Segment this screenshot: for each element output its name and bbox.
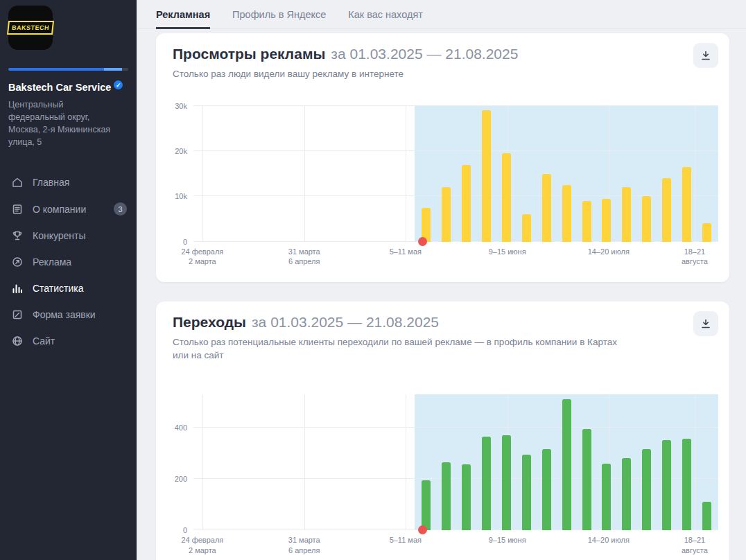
x-axis-label: 24 февраля 2 марта: [181, 247, 223, 268]
main-content: Рекламная Профиль в Яндексе Как вас нахо…: [137, 0, 746, 560]
card-title-period: за 01.03.2025 — 21.08.2025: [252, 314, 439, 331]
x-axis-label: 14–20 июля: [588, 535, 630, 545]
chart-bar: [542, 449, 551, 530]
gridline: [406, 106, 406, 242]
download-button[interactable]: [693, 43, 718, 68]
chart-bar: [422, 480, 431, 530]
chart-bar: [642, 196, 651, 241]
card-subtitle: Столько раз люди видели вашу рекламу в и…: [173, 67, 630, 81]
plot-area: 020040024 февраля 2 марта31 марта 6 апре…: [193, 394, 718, 530]
y-axis-label: 400: [175, 423, 187, 432]
period-start-marker: [418, 525, 427, 534]
content-area: Просмотры рекламы за 01.03.2025 — 21.08.…: [137, 29, 746, 560]
x-axis-label: 31 марта 6 апреля: [288, 247, 320, 268]
company-logo[interactable]: BAKSTECH: [8, 6, 53, 50]
card-title-text: Переходы: [173, 314, 246, 331]
chart-bar: [462, 165, 471, 242]
plot-area: 010k20k30k24 февраля 2 марта31 марта 6 а…: [193, 106, 718, 242]
company-icon: [11, 203, 24, 216]
x-axis-label: 5–11 мая: [390, 535, 422, 545]
download-button[interactable]: [693, 311, 718, 336]
company-name[interactable]: Bakstech Car Service✓: [8, 80, 128, 93]
y-axis-label: 30k: [175, 102, 187, 110]
ad-views-card: Просмотры рекламы за 01.03.2025 — 21.08.…: [156, 33, 729, 282]
sidebar-item-site[interactable]: Сайт: [0, 328, 137, 354]
company-name-text: Bakstech Car Service: [8, 82, 111, 93]
sidebar-item-about-company[interactable]: О компании 3: [0, 195, 137, 222]
bars-layer: [415, 106, 718, 242]
home-icon: [11, 176, 24, 189]
sidebar-item-label: Конкуренты: [33, 230, 86, 241]
card-title: Просмотры рекламы за 01.03.2025 — 21.08.…: [173, 46, 718, 62]
chart-bar: [662, 178, 671, 241]
notification-badge: 3: [114, 202, 127, 216]
chart-bar: [662, 440, 671, 530]
sidebar-item-label: Сайт: [33, 335, 55, 347]
chart-bar: [602, 199, 611, 242]
chart-bar: [702, 223, 711, 241]
company-logo-text: BAKSTECH: [7, 21, 54, 35]
chart-bar: [542, 174, 551, 242]
y-axis-label: 20k: [175, 147, 187, 155]
y-axis-label: 0: [183, 526, 187, 534]
y-axis-label: 0: [183, 238, 187, 246]
x-axis-label: 31 марта 6 апреля: [288, 535, 320, 556]
chart-bar: [502, 153, 511, 241]
tab-how-found[interactable]: Как вас находят: [348, 0, 423, 29]
x-axis-label: 9–15 июня: [489, 247, 526, 257]
sidebar-item-label: Форма заявки: [33, 309, 96, 320]
y-axis-label: 10k: [175, 192, 187, 200]
chart-bar: [482, 437, 491, 530]
download-icon: [700, 318, 711, 329]
x-axis-label: 5–11 мая: [390, 247, 422, 257]
chart-bar: [602, 464, 611, 530]
chart-bar: [482, 110, 491, 241]
verified-icon: ✓: [114, 80, 123, 89]
chart-bar: [582, 201, 591, 242]
sidebar-item-request-form[interactable]: Форма заявки: [0, 301, 137, 328]
sidebar-item-label: Главная: [33, 177, 69, 188]
sidebar-item-ads[interactable]: Реклама: [0, 249, 137, 275]
chart-bar: [702, 502, 711, 530]
card-subtitle: Столько раз потенциальные клиенты перехо…: [173, 335, 630, 362]
gridline: [304, 394, 305, 530]
x-axis-label: 14–20 июля: [588, 247, 630, 257]
sidebar-item-competitors[interactable]: Конкуренты: [0, 222, 137, 249]
sidebar-item-label: О компании: [33, 204, 86, 215]
tab-bar: Рекламная Профиль в Яндексе Как вас нахо…: [137, 0, 746, 29]
card-title-text: Просмотры рекламы: [173, 46, 325, 62]
chart-bar: [622, 458, 631, 530]
megaphone-icon: [11, 256, 24, 268]
form-icon: [11, 308, 24, 321]
chart-bar: [682, 167, 691, 242]
clicks-chart: 020040024 февраля 2 марта31 марта 6 апре…: [193, 394, 718, 554]
x-axis-label: 24 февраля 2 марта: [181, 535, 223, 556]
sidebar-item-label: Статистика: [33, 283, 84, 294]
chart-bar: [682, 439, 691, 530]
globe-icon: [11, 335, 24, 347]
chart-bar: [502, 435, 511, 530]
tab-advertising[interactable]: Рекламная: [156, 0, 210, 29]
chart-bar: [522, 214, 531, 241]
tab-yandex-profile[interactable]: Профиль в Яндексе: [232, 0, 326, 29]
bars-layer: [415, 394, 718, 530]
chart-bar: [522, 455, 531, 530]
sidebar: BAKSTECH Bakstech Car Service✓ Центральн…: [0, 0, 137, 560]
sidebar-item-label: Реклама: [33, 256, 71, 268]
sidebar-item-statistics[interactable]: Статистика: [0, 275, 137, 301]
x-axis-label: 9–15 июня: [489, 535, 526, 545]
profile-progress-bar: [8, 68, 128, 71]
period-start-marker: [418, 237, 427, 246]
download-icon: [700, 50, 711, 61]
card-title: Переходы за 01.03.2025 — 21.08.2025: [173, 314, 718, 331]
ad-views-chart: 010k20k30k24 февраля 2 марта31 марта 6 а…: [193, 106, 718, 265]
chart-bar: [462, 464, 471, 530]
chart-bar: [582, 429, 591, 530]
gridline: [202, 106, 203, 242]
card-title-period: за 01.03.2025 — 21.08.2025: [331, 46, 518, 62]
chart-bar: [562, 399, 571, 530]
x-axis-label: 18–21 августа: [682, 247, 708, 268]
sidebar-item-home[interactable]: Главная: [0, 169, 137, 195]
gridline: [304, 106, 305, 242]
bar-chart-icon: [11, 282, 24, 295]
